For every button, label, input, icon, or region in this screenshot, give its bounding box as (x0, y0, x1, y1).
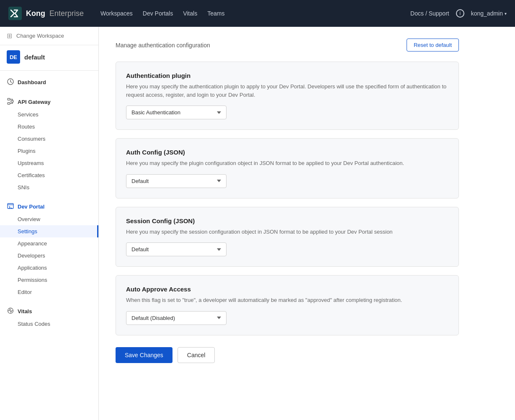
auth-config-desc: Here you may specify the plugin configur… (126, 159, 448, 167)
grid-icon: ⊞ (7, 32, 12, 40)
vitals-label: Vitals (18, 308, 32, 314)
change-workspace-label: Change Workspace (16, 33, 64, 39)
auth-config-card: Auth Config (JSON) Here you may specify … (116, 138, 459, 198)
api-gateway-icon (7, 98, 14, 106)
dashboard-icon (7, 78, 14, 86)
dashboard-label: Dashboard (18, 79, 46, 85)
auto-approve-card: Auto Approve Access When this flag is se… (116, 275, 459, 335)
product-name: Enterprise (49, 9, 84, 18)
session-config-card: Session Config (JSON) Here you may speci… (116, 207, 459, 267)
nav-teams[interactable]: Teams (207, 8, 224, 18)
sidebar-item-appearance[interactable]: Appearance (0, 237, 98, 250)
sidebar-item-certificates[interactable]: Certificates (0, 169, 98, 181)
svg-rect-2 (8, 98, 10, 100)
nav-section-dev-portal: Dev Portal Overview Settings Appearance … (0, 195, 98, 300)
nav-section-api-gateway: API Gateway Services Routes Consumers Pl… (0, 90, 98, 195)
docs-support-link[interactable]: Docs / Support (410, 10, 449, 17)
nav-vitals[interactable]: Vitals (183, 8, 197, 18)
dev-portal-label: Dev Portal (18, 204, 44, 210)
main-content: Manage authentication configuration Rese… (99, 27, 515, 420)
brand-name: Kong (26, 9, 45, 18)
auth-config-select[interactable]: Default Custom (126, 174, 227, 188)
auto-approve-title: Auto Approve Access (126, 286, 448, 293)
svg-rect-5 (8, 204, 13, 209)
sidebar-item-developers[interactable]: Developers (0, 250, 98, 262)
auth-plugin-select[interactable]: Basic Authentication Key Auth OIDC (126, 106, 227, 119)
auth-plugin-desc: Here you may specify the authentication … (126, 82, 448, 99)
session-config-select[interactable]: Default Custom (126, 242, 227, 256)
nav-section-vitals: Vitals Status Codes (0, 300, 98, 332)
sidebar-item-consumers[interactable]: Consumers (0, 133, 98, 145)
sidebar-item-editor[interactable]: Editor (0, 286, 98, 298)
dashboard-nav-item[interactable]: Dashboard (0, 76, 98, 89)
sidebar-item-status-codes[interactable]: Status Codes (0, 318, 98, 330)
auto-approve-select[interactable]: Default (Disabled) True False (126, 311, 227, 325)
sidebar-item-settings[interactable]: Settings (0, 225, 98, 237)
workspace-name-row: DE default (0, 45, 98, 71)
sidebar-item-services[interactable]: Services (0, 108, 98, 121)
footer-actions: Save Changes Cancel (116, 347, 459, 363)
vitals-icon (7, 307, 14, 315)
auth-config-title: Auth Config (JSON) (126, 149, 448, 156)
nav-dev-portals[interactable]: Dev Portals (143, 8, 173, 18)
dev-portal-section-title[interactable]: Dev Portal (0, 200, 98, 213)
logo[interactable]: Kong Enterprise (8, 7, 84, 20)
sidebar-item-overview[interactable]: Overview (0, 213, 98, 225)
user-menu[interactable]: kong_admin (471, 10, 507, 17)
vitals-section-title[interactable]: Vitals (0, 305, 98, 318)
auth-plugin-card: Authentication plugin Here you may speci… (116, 62, 459, 130)
sidebar-item-plugins[interactable]: Plugins (0, 145, 98, 157)
save-changes-button[interactable]: Save Changes (116, 347, 173, 363)
sidebar-item-permissions[interactable]: Permissions (0, 274, 98, 286)
nav-links: Workspaces Dev Portals Vitals Teams (100, 8, 398, 18)
sidebar-item-upstreams[interactable]: Upstreams (0, 157, 98, 169)
nav-right: Docs / Support i kong_admin (410, 9, 507, 18)
change-workspace-button[interactable]: ⊞ Change Workspace (0, 27, 98, 45)
svg-rect-4 (11, 100, 13, 102)
page-header: Manage authentication configuration Rese… (116, 39, 459, 52)
api-gateway-section-title[interactable]: API Gateway (0, 95, 98, 108)
cancel-button[interactable]: Cancel (178, 347, 215, 363)
app-layout: ⊞ Change Workspace DE default Dashboard (0, 27, 515, 420)
workspace-name: default (24, 54, 45, 61)
sidebar: ⊞ Change Workspace DE default Dashboard (0, 27, 99, 420)
kong-logo-icon (8, 7, 22, 20)
dev-portal-icon (7, 203, 14, 211)
session-config-desc: Here you may specify the session configu… (126, 228, 448, 236)
session-config-title: Session Config (JSON) (126, 217, 448, 224)
workspace-badge: DE (7, 50, 20, 64)
api-gateway-label: API Gateway (18, 99, 51, 105)
auth-plugin-title: Authentication plugin (126, 72, 448, 79)
reset-to-default-button[interactable]: Reset to default (407, 39, 459, 52)
info-icon[interactable]: i (456, 9, 464, 18)
top-navigation: Kong Enterprise Workspaces Dev Portals V… (0, 0, 515, 27)
page-subtitle: Manage authentication configuration (116, 42, 210, 49)
sidebar-item-snis[interactable]: SNIs (0, 181, 98, 193)
sidebar-item-routes[interactable]: Routes (0, 121, 98, 133)
auto-approve-desc: When this flag is set to "true", a devel… (126, 296, 448, 304)
nav-workspaces[interactable]: Workspaces (100, 8, 133, 18)
sidebar-item-applications[interactable]: Applications (0, 262, 98, 274)
nav-section-dashboard: Dashboard (0, 71, 98, 90)
svg-rect-3 (8, 103, 10, 104)
